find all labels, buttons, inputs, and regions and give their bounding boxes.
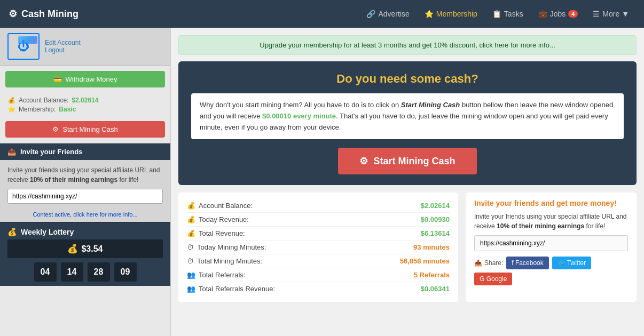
sidebar-start-mining-label: Start Mining Cash (62, 125, 117, 133)
referral-heading: Invite your friends and get more money! (474, 199, 628, 207)
facebook-share-button[interactable]: f Facebook (506, 257, 548, 269)
desc-italic: Start Mining Cash (401, 101, 460, 109)
jobs-icon: 💼 (538, 10, 547, 18)
lottery-num-1: 04 (34, 262, 57, 282)
referral-affiliate-input[interactable] (474, 235, 628, 251)
share-icon: 📤 (474, 259, 482, 267)
promo-bar[interactable]: Upgrade your membership for at least 3 m… (178, 35, 637, 55)
nav-jobs-label: Jobs (550, 10, 566, 18)
stats-ref-rev-icon: 👥 (187, 285, 195, 293)
referral-panel: Invite your friends and get more money! … (466, 193, 637, 302)
sidebar-profile: ⏻ Edit Account Logout (0, 28, 170, 66)
stats-balance-label: 💰 Account Balance: (187, 202, 253, 210)
nav-more-label: More ▼ (602, 10, 629, 18)
brand-name: Cash Mining (21, 9, 78, 20)
share-label: 📤 Share: (474, 259, 503, 267)
sidebar-start-mining-button[interactable]: ⚙ Start Mining Cash (5, 121, 165, 138)
star-membership-icon: ⭐ (7, 106, 15, 113)
sidebar-affiliate-input[interactable] (7, 189, 163, 204)
stats-total-rev-label: 💰 Total Revenue: (187, 229, 245, 237)
sidebar-lottery-section: 💰 Weekly Lottery 💰 $3.54 04 14 28 09 (0, 222, 170, 286)
membership-label: Membership: (19, 106, 56, 113)
stats-referrals-icon: 👥 (187, 271, 195, 279)
brand: ⚙ Cash Mining (9, 8, 78, 20)
stats-row-total-min: ⏱ Total Mining Minutes: 56,858 minutes (187, 254, 450, 268)
nav-membership[interactable]: ⭐ Membership (418, 6, 484, 21)
nav-tasks[interactable]: 📋 Tasks (486, 6, 530, 21)
nav-advertise[interactable]: 🔗 Advertise (360, 6, 415, 21)
stats-referrals-value: 5 Referrals (414, 271, 450, 279)
desc-green: $0.00010 every minute (262, 112, 336, 120)
stats-today-rev-icon: 💰 (187, 215, 195, 223)
nav-membership-label: Membership (436, 10, 477, 18)
lottery-num-4: 09 (114, 262, 137, 282)
navbar: ⚙ Cash Mining 🔗 Advertise ⭐ Membership 📋… (0, 0, 644, 28)
balance-value: $2.02614 (72, 97, 98, 104)
stats-total-min-icon: ⏱ (187, 257, 194, 265)
stats-panel: 💰 Account Balance: $2.02614 💰 Today Reve… (178, 193, 458, 302)
avatar-decoration (18, 36, 37, 44)
withdraw-icon: 💳 (53, 75, 62, 83)
balance-label: Account Balance: (19, 97, 68, 104)
stats-row-total-rev: 💰 Total Revenue: $6.13614 (187, 227, 450, 241)
lottery-num-2: 14 (61, 262, 83, 282)
start-mining-gear-icon: ⚙ (359, 155, 368, 167)
desc-text-1: Why don't you start mining them? All you… (200, 101, 401, 109)
stats-total-min-value: 56,858 minutes (400, 257, 450, 265)
logout-link[interactable]: Logout (45, 46, 81, 54)
mining-panel: Do you need some cash? Why don't you sta… (178, 61, 637, 185)
lottery-icon: 💰 (7, 228, 17, 236)
invite-icon: 📤 (7, 148, 16, 156)
tasks-icon: 📋 (492, 10, 501, 18)
mining-heading: Do you need some cash? (191, 72, 624, 86)
profile-links: Edit Account Logout (45, 39, 81, 54)
lottery-amount-value: $3.54 (81, 244, 103, 254)
mining-gear-icon: ⚙ (52, 125, 59, 133)
edit-account-link[interactable]: Edit Account (45, 39, 81, 46)
stats-total-rev-value: $6.13614 (421, 229, 450, 237)
invite-section-footer[interactable]: Contest active, click here for more info… (0, 209, 170, 222)
invite-section-header: 📤 Invite your Friends (0, 143, 170, 160)
twitter-share-button[interactable]: 🐦 Twitter (552, 257, 591, 269)
share-row: 📤 Share: f Facebook 🐦 Twitter G Google (474, 257, 628, 285)
invite-title: Invite your Friends (20, 148, 82, 156)
lottery-amount: 💰 $3.54 (7, 239, 163, 258)
stats-row-referrals: 👥 Total Referrals: 5 Referrals (187, 268, 450, 282)
lottery-header: 💰 Weekly Lottery (0, 222, 170, 239)
lottery-amount-icon: 💰 (67, 244, 78, 254)
stats-ref-rev-label: 👥 Total Referrals Revenue: (187, 285, 275, 293)
withdraw-button[interactable]: 💳 Withdraw Money (5, 71, 165, 87)
lottery-numbers: 04 14 28 09 (0, 258, 170, 286)
start-mining-label: Start Mining Cash (373, 156, 455, 167)
stats-row-ref-rev: 👥 Total Referrals Revenue: $0.06341 (187, 282, 450, 295)
nav-more[interactable]: ☰ More ▼ (586, 6, 635, 21)
balance-icon: 💰 (7, 97, 15, 104)
sidebar-account-info: 💰 Account Balance: $2.02614 ⭐ Membership… (0, 93, 170, 119)
google-share-button[interactable]: G Google (474, 273, 512, 285)
nav-advertise-label: Advertise (378, 10, 409, 18)
start-mining-button[interactable]: ⚙ Start Mining Cash (338, 148, 476, 174)
stats-today-min-value: 93 minutes (413, 243, 450, 251)
stats-total-rev-icon: 💰 (187, 229, 195, 237)
sidebar: ⏻ Edit Account Logout 💳 Withdraw Money 💰… (0, 28, 171, 336)
jobs-badge: 4 (568, 10, 578, 18)
main-content: Upgrade your membership for at least 3 m… (171, 28, 644, 336)
more-icon: ☰ (593, 10, 600, 18)
nav-jobs[interactable]: 💼 Jobs 4 (532, 6, 585, 21)
referral-body: Invite your friends using your special a… (474, 212, 628, 231)
sidebar-invite-section: 📤 Invite your Friends Invite your friend… (0, 143, 170, 222)
gear-icon: ⚙ (9, 8, 17, 20)
withdraw-label: Withdraw Money (66, 75, 117, 83)
star-icon: ⭐ (425, 10, 434, 18)
main-layout: ⏻ Edit Account Logout 💳 Withdraw Money 💰… (0, 28, 644, 336)
stats-row-balance: 💰 Account Balance: $2.02614 (187, 199, 450, 213)
stats-ref-rev-value: $0.06341 (421, 285, 450, 293)
membership-value: Basic (59, 106, 76, 113)
lottery-num-3: 28 (88, 262, 110, 282)
nav-tasks-label: Tasks (504, 10, 523, 18)
stats-referrals-label: 👥 Total Referrals: (187, 271, 245, 279)
avatar: ⏻ (7, 33, 40, 60)
stats-row-today-rev: 💰 Today Revenue: $0.00930 (187, 213, 450, 227)
mining-desc-box: Why don't you start mining them? All you… (191, 93, 624, 139)
stats-today-min-label: ⏱ Today Mining Minutes: (187, 243, 266, 251)
